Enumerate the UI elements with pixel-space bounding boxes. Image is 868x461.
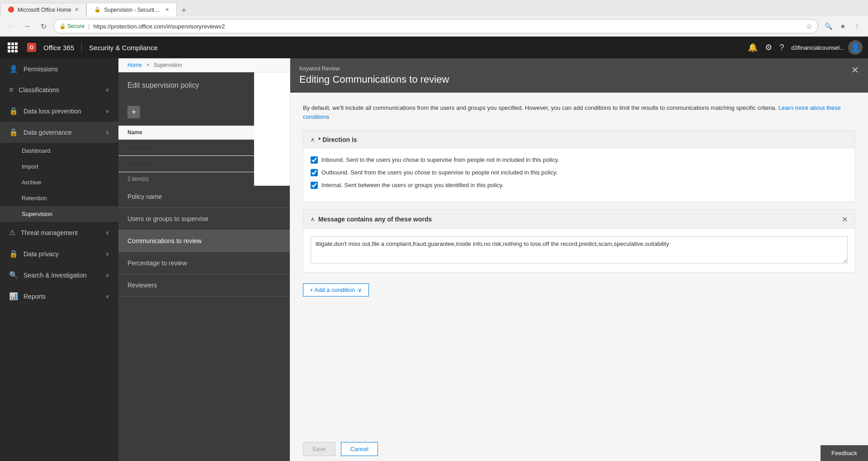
step-policy-name[interactable]: Policy name: [118, 186, 290, 208]
browser-chrome: 🔴 Microsoft Office Home ✕ 🔒 Supervision …: [0, 0, 868, 37]
outbound-checkbox[interactable]: [311, 169, 318, 176]
dialog-header: Keyword Review Editing Communications to…: [290, 58, 868, 93]
add-condition-button[interactable]: + Add a condition ∨: [303, 283, 369, 296]
user-menu[interactable]: d3financialcounsel... 👤: [791, 40, 863, 55]
sidebar-item-threat[interactable]: ⚠ Threat management ∨: [0, 222, 118, 243]
browser-menu-button[interactable]: ⋮: [851, 20, 863, 33]
sidebar-item-search[interactable]: 🔍 Search & investigation ∨: [0, 264, 118, 286]
breadcrumb-home-link[interactable]: Home: [127, 62, 142, 68]
dlp-icon: 🔒: [9, 107, 18, 115]
address-bar[interactable]: 🔒 Secure | ☆: [53, 19, 818, 33]
sidebar-item-data-governance[interactable]: 🔒 Data governance ∧: [0, 122, 118, 143]
direction-section-header[interactable]: ∧ * Direction is: [303, 131, 855, 149]
sidebar-item-permissions[interactable]: 👤 Permissions: [0, 58, 118, 80]
permissions-icon: 👤: [9, 65, 18, 73]
user-avatar[interactable]: 👤: [848, 40, 863, 55]
tab-close-supervision[interactable]: ✕: [165, 7, 169, 13]
data-privacy-icon: 🔒: [9, 249, 18, 258]
keyword-section-header[interactable]: ∧ Message contains any of these words ✕: [303, 210, 855, 229]
save-button[interactable]: Save: [303, 442, 335, 456]
help-icon[interactable]: ?: [779, 43, 784, 52]
sidebar-sub-retention[interactable]: Retention: [0, 190, 118, 206]
bell-icon[interactable]: 🔔: [748, 42, 758, 52]
add-condition-label: + Add a condition: [310, 287, 355, 293]
dialog-title: Editing Communications to review: [299, 74, 449, 85]
step-reviewers[interactable]: Reviewers: [118, 274, 290, 296]
forward-button[interactable]: →: [21, 20, 33, 33]
add-condition-chevron-icon: ∨: [358, 287, 362, 293]
edit-steps-panel: Policy name Users or groups to supervise…: [118, 186, 290, 461]
dialog-close-button[interactable]: ✕: [851, 66, 859, 75]
direction-collapse-icon: ∧: [311, 136, 315, 143]
table-row[interactable]: Keyword: [118, 140, 254, 156]
dialog-body: By default, we'll include all communicat…: [290, 93, 868, 433]
inbound-checkbox[interactable]: [311, 156, 318, 164]
sidebar-item-reports[interactable]: 📊 Reports ∨: [0, 286, 118, 307]
outbound-checkbox-row: Outbound. Sent from the users you chose …: [311, 169, 848, 177]
feedback-button[interactable]: Feedback: [821, 445, 868, 461]
breadcrumb-section: Supervision: [154, 62, 182, 68]
direction-section-title: * Direction is: [318, 136, 848, 143]
tab-favicon-office: 🔴: [8, 6, 15, 14]
internal-label: Internal. Sent between the users or grou…: [321, 181, 504, 189]
step-communications[interactable]: Communications to review: [118, 230, 290, 252]
table-cell-random: Random: [127, 160, 150, 167]
middle-panel-title: Edit supervision policy: [127, 81, 245, 89]
main-layout: 👤 Permissions ≡ Classifications ∨ 🔒 Data…: [0, 58, 868, 461]
table-cell-keyword: Keyword: [127, 144, 151, 151]
sidebar-sub-supervision[interactable]: Supervision: [0, 206, 118, 222]
keyword-section-close-button[interactable]: ✕: [842, 215, 848, 224]
keyword-section-title: Message contains any of these words: [318, 216, 842, 223]
tab-close-office[interactable]: ✕: [75, 7, 79, 13]
app-container: O Office 365 Security & Compliance 🔔 ⚙ ?…: [0, 37, 868, 461]
threat-icon: ⚠: [9, 228, 15, 237]
cancel-button[interactable]: Cancel: [341, 442, 378, 456]
right-panel: Keyword Review Editing Communications to…: [290, 58, 868, 461]
sidebar-sub-dashboard[interactable]: Dashboard: [0, 143, 118, 159]
keyword-condition-section: ∧ Message contains any of these words ✕ …: [303, 209, 855, 273]
threat-chevron: ∨: [105, 230, 109, 236]
keywords-textarea[interactable]: litigate,don't miss out,file a complaint…: [311, 236, 848, 263]
bookmark-icon[interactable]: ★: [836, 20, 849, 33]
user-name-label: d3financialcounsel...: [791, 44, 844, 51]
dialog-description: By default, we'll include all communicat…: [303, 103, 855, 121]
direction-condition-section: ∧ * Direction is Inbound. Sent to the us…: [303, 130, 855, 202]
app-launcher-button[interactable]: [5, 40, 20, 55]
direction-section-body: Inbound. Sent to the users you chose to …: [303, 149, 855, 202]
internal-checkbox-row: Internal. Sent between the users or grou…: [311, 181, 848, 189]
office-logo-icon: O: [27, 43, 36, 52]
url-input[interactable]: [93, 23, 802, 30]
refresh-button[interactable]: ↻: [37, 20, 50, 33]
step-users-groups[interactable]: Users or groups to supervise: [118, 208, 290, 230]
sidebar-item-dlp[interactable]: 🔒 Data loss prevention ∨: [0, 100, 118, 122]
star-icon[interactable]: ☆: [806, 22, 812, 31]
table-col-name: Name: [127, 129, 142, 136]
extensions-button[interactable]: 🔍: [822, 20, 835, 33]
back-button[interactable]: ←: [5, 20, 17, 33]
browser-tab-office[interactable]: 🔴 Microsoft Office Home ✕: [0, 3, 86, 16]
data-governance-icon: 🔒: [9, 128, 18, 136]
outbound-label: Outbound. Sent from the users you chose …: [321, 169, 557, 177]
add-button-row: +: [118, 99, 254, 126]
browser-tab-supervision[interactable]: 🔒 Supervision - Security & ✕: [86, 3, 177, 16]
reports-icon: 📊: [9, 292, 18, 301]
avatar-icon: 👤: [850, 42, 860, 52]
table-row[interactable]: Random: [118, 156, 254, 172]
keyword-section-body: litigate,don't miss out,file a complaint…: [303, 229, 855, 272]
step-percentage[interactable]: Percentage to review: [118, 252, 290, 274]
dialog-footer: Save Cancel: [290, 433, 868, 461]
sidebar-sub-import[interactable]: Import: [0, 159, 118, 174]
classifications-chevron: ∨: [105, 87, 109, 93]
sidebar-sub-archive[interactable]: Archive: [0, 174, 118, 190]
breadcrumb: Home > Supervision: [118, 58, 290, 72]
tab-label-supervision: Supervision - Security &: [104, 7, 161, 13]
sidebar-item-data-privacy[interactable]: 🔒 Data privacy ∨: [0, 243, 118, 264]
launcher-grid-icon: [8, 42, 18, 52]
add-policy-button[interactable]: +: [127, 106, 140, 118]
dialog-subtitle: Keyword Review: [299, 66, 449, 72]
settings-icon[interactable]: ⚙: [765, 42, 772, 52]
new-tab-button[interactable]: +: [177, 5, 191, 16]
sidebar-item-classifications[interactable]: ≡ Classifications ∨: [0, 80, 118, 100]
internal-checkbox[interactable]: [311, 182, 318, 189]
top-nav: O Office 365 Security & Compliance 🔔 ⚙ ?…: [0, 37, 868, 58]
